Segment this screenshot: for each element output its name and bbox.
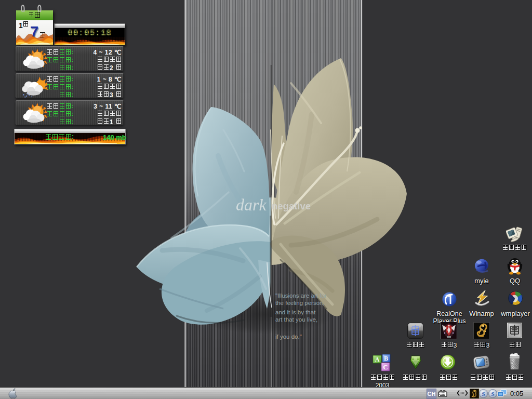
svg-text:B: B — [384, 355, 388, 362]
svg-text:negative: negative — [272, 201, 311, 211]
svg-text:A: A — [375, 356, 380, 363]
svg-text:dark: dark — [236, 195, 267, 214]
svg-text:S: S — [482, 391, 485, 397]
svg-text:S: S — [491, 391, 494, 397]
svg-text:C: C — [383, 363, 388, 371]
